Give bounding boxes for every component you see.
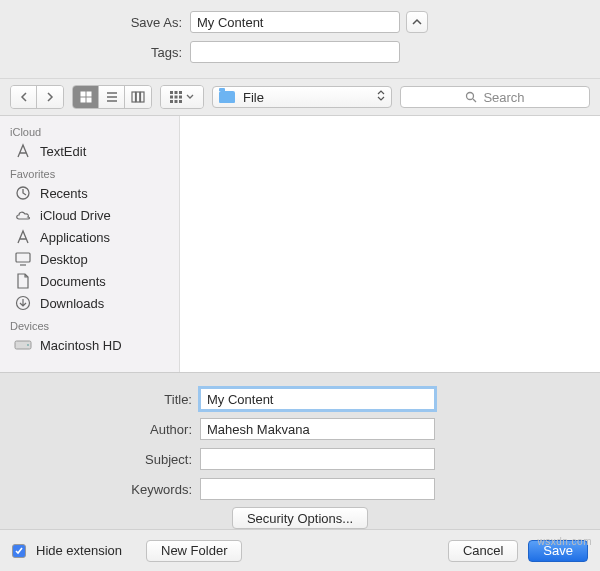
file-list[interactable] bbox=[180, 116, 600, 372]
icon-view-button[interactable] bbox=[73, 86, 99, 108]
documents-icon bbox=[14, 273, 32, 289]
forward-button[interactable] bbox=[37, 86, 63, 108]
title-row: Title: bbox=[0, 387, 600, 411]
chevron-right-icon bbox=[46, 92, 54, 102]
svg-rect-16 bbox=[170, 100, 173, 103]
hide-extension-label: Hide extension bbox=[36, 543, 122, 558]
grid-small-icon bbox=[170, 91, 182, 103]
column-view-button[interactable] bbox=[125, 86, 151, 108]
sidebar-item-label: Recents bbox=[40, 186, 88, 201]
security-options-row: Security Options... bbox=[0, 507, 600, 529]
svg-rect-8 bbox=[136, 92, 140, 102]
folder-icon bbox=[219, 91, 235, 103]
svg-point-26 bbox=[27, 344, 29, 346]
sidebar-item-label: Macintosh HD bbox=[40, 338, 122, 353]
icloud-icon bbox=[14, 207, 32, 223]
applications-icon bbox=[14, 229, 32, 245]
sidebar-section-icloud: iCloud bbox=[0, 120, 179, 140]
folder-dropdown[interactable]: File bbox=[212, 86, 392, 108]
footer: Hide extension New Folder Cancel Save bbox=[0, 529, 600, 571]
svg-rect-0 bbox=[81, 92, 85, 96]
keywords-input[interactable] bbox=[200, 478, 435, 500]
collapse-toggle-button[interactable] bbox=[406, 11, 428, 33]
check-icon bbox=[14, 546, 24, 556]
folder-label: File bbox=[243, 90, 264, 105]
sidebar-item-iclouddrive[interactable]: iCloud Drive bbox=[0, 204, 179, 226]
cancel-button[interactable]: Cancel bbox=[448, 540, 518, 562]
nav-group bbox=[10, 85, 64, 109]
title-input[interactable] bbox=[200, 388, 435, 410]
sidebar-item-desktop[interactable]: Desktop bbox=[0, 248, 179, 270]
subject-input[interactable] bbox=[200, 448, 435, 470]
chevron-left-icon bbox=[20, 92, 28, 102]
watermark: wsxdn.com bbox=[537, 536, 592, 547]
keywords-label: Keywords: bbox=[0, 482, 200, 497]
svg-rect-22 bbox=[16, 253, 30, 262]
desktop-icon bbox=[14, 251, 32, 267]
subject-label: Subject: bbox=[0, 452, 200, 467]
sidebar-item-documents[interactable]: Documents bbox=[0, 270, 179, 292]
title-label: Title: bbox=[0, 392, 200, 407]
svg-rect-13 bbox=[170, 96, 173, 99]
save-header: Save As: Tags: bbox=[0, 0, 600, 78]
search-placeholder: Search bbox=[483, 90, 524, 105]
author-input[interactable] bbox=[200, 418, 435, 440]
metadata-panel: Title: Author: Subject: Keywords: Securi… bbox=[0, 372, 600, 539]
security-options-button[interactable]: Security Options... bbox=[232, 507, 368, 529]
recents-icon bbox=[14, 185, 32, 201]
author-label: Author: bbox=[0, 422, 200, 437]
svg-rect-2 bbox=[81, 98, 85, 102]
sidebar-section-favorites: Favorites bbox=[0, 162, 179, 182]
svg-rect-7 bbox=[132, 92, 136, 102]
saveas-row: Save As: bbox=[0, 10, 600, 34]
browser-area: iCloud TextEdit Favorites Recents iCloud… bbox=[0, 116, 600, 372]
sidebar-item-textedit[interactable]: TextEdit bbox=[0, 140, 179, 162]
sidebar-item-label: iCloud Drive bbox=[40, 208, 111, 223]
svg-rect-1 bbox=[87, 92, 91, 96]
svg-rect-3 bbox=[87, 98, 91, 102]
downloads-icon bbox=[14, 295, 32, 311]
svg-point-19 bbox=[467, 93, 474, 100]
saveas-input[interactable] bbox=[190, 11, 400, 33]
arrange-button[interactable] bbox=[161, 86, 203, 108]
updown-icon bbox=[377, 90, 385, 101]
arrange-group bbox=[160, 85, 204, 109]
list-view-button[interactable] bbox=[99, 86, 125, 108]
svg-rect-12 bbox=[179, 91, 182, 94]
sidebar-item-downloads[interactable]: Downloads bbox=[0, 292, 179, 314]
sidebar-item-applications[interactable]: Applications bbox=[0, 226, 179, 248]
sidebar-item-label: Downloads bbox=[40, 296, 104, 311]
disk-icon bbox=[14, 337, 32, 353]
search-icon bbox=[465, 91, 477, 103]
search-input[interactable]: Search bbox=[400, 86, 590, 108]
svg-rect-9 bbox=[141, 92, 145, 102]
back-button[interactable] bbox=[11, 86, 37, 108]
textedit-icon bbox=[14, 143, 32, 159]
svg-rect-17 bbox=[175, 100, 178, 103]
new-folder-button[interactable]: New Folder bbox=[146, 540, 242, 562]
chevron-down-icon bbox=[186, 94, 194, 100]
hide-extension-checkbox[interactable] bbox=[12, 544, 26, 558]
toolbar: File Search bbox=[0, 79, 600, 116]
sidebar: iCloud TextEdit Favorites Recents iCloud… bbox=[0, 116, 180, 372]
svg-rect-10 bbox=[170, 91, 173, 94]
sidebar-item-recents[interactable]: Recents bbox=[0, 182, 179, 204]
list-icon bbox=[106, 91, 118, 103]
sidebar-item-label: Documents bbox=[40, 274, 106, 289]
sidebar-item-macintosh-hd[interactable]: Macintosh HD bbox=[0, 334, 179, 356]
svg-rect-15 bbox=[179, 96, 182, 99]
svg-rect-18 bbox=[179, 100, 182, 103]
tags-row: Tags: bbox=[0, 40, 600, 64]
author-row: Author: bbox=[0, 417, 600, 441]
keywords-row: Keywords: bbox=[0, 477, 600, 501]
svg-line-20 bbox=[473, 99, 476, 102]
view-mode-group bbox=[72, 85, 152, 109]
sidebar-item-label: TextEdit bbox=[40, 144, 86, 159]
saveas-label: Save As: bbox=[0, 15, 190, 30]
columns-icon bbox=[131, 91, 145, 103]
tags-label: Tags: bbox=[0, 45, 190, 60]
sidebar-item-label: Desktop bbox=[40, 252, 88, 267]
svg-rect-14 bbox=[175, 96, 178, 99]
tags-input[interactable] bbox=[190, 41, 400, 63]
chevron-up-icon bbox=[412, 18, 422, 26]
